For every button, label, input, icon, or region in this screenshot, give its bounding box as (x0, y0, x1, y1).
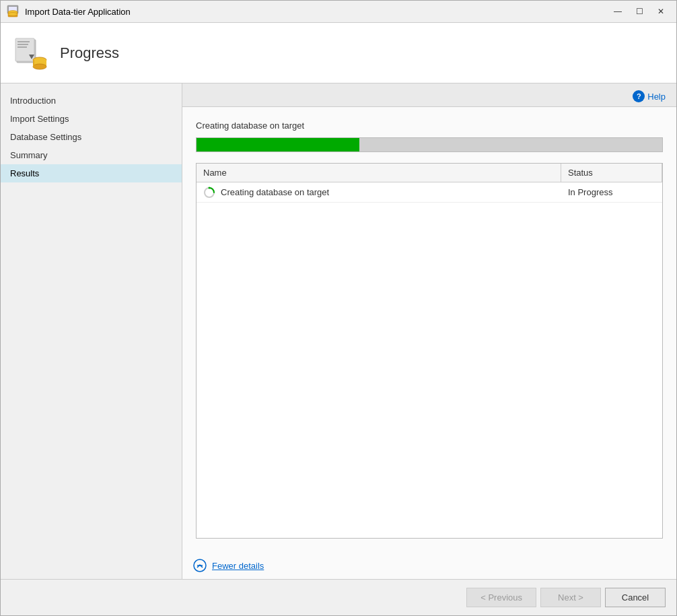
sidebar-item-results[interactable]: Results (1, 164, 182, 182)
maximize-button[interactable]: ☐ (629, 5, 649, 18)
help-icon: ? (633, 90, 645, 102)
page-title: Progress (60, 44, 119, 62)
progress-label: Creating database on target (196, 121, 663, 131)
minimize-button[interactable]: — (608, 5, 628, 18)
main-window: Import Data-tier Application — ☐ ✕ (0, 0, 677, 616)
table-cell-status: In Progress (561, 184, 662, 200)
sidebar: Introduction Import Settings Database Se… (1, 83, 182, 579)
header-area: Progress (1, 23, 676, 83)
window-title: Import Data-tier Application (25, 7, 608, 17)
window-controls: — ☐ ✕ (608, 5, 671, 18)
content-area: Introduction Import Settings Database Se… (1, 83, 676, 579)
progress-bar-fill (197, 138, 359, 151)
cancel-button[interactable]: Cancel (605, 588, 666, 607)
table-row: Creating database on target In Progress (197, 182, 662, 203)
fewer-details-icon (193, 559, 207, 572)
sidebar-item-import-settings[interactable]: Import Settings (1, 110, 182, 128)
column-header-status: Status (561, 164, 662, 182)
app-icon (6, 5, 20, 18)
svg-point-13 (33, 64, 46, 69)
close-button[interactable]: ✕ (651, 5, 671, 18)
svg-rect-14 (33, 60, 34, 67)
table-header: Name Status (197, 164, 662, 182)
footer: < Previous Next > Cancel (1, 579, 676, 615)
table-cell-name: Creating database on target (197, 184, 561, 201)
svg-point-4 (8, 13, 17, 16)
spinner-icon (203, 186, 215, 199)
main-panel: ? Help Creating database on target Name … (182, 83, 676, 579)
column-header-name: Name (197, 164, 561, 182)
fewer-details-label: Fewer details (212, 561, 264, 571)
results-table: Name Status Creating database o (196, 163, 663, 539)
table-body: Creating database on target In Progress (197, 182, 662, 538)
svg-rect-7 (17, 41, 30, 42)
main-content: Creating database on target Name Status (182, 107, 676, 552)
progress-bar-container (196, 137, 663, 152)
svg-rect-9 (17, 46, 27, 48)
fewer-details-row[interactable]: Fewer details (182, 552, 676, 579)
svg-rect-8 (17, 44, 28, 45)
title-bar: Import Data-tier Application — ☐ ✕ (1, 1, 676, 23)
sidebar-item-database-settings[interactable]: Database Settings (1, 128, 182, 146)
header-icon (14, 36, 49, 71)
top-bar: ? Help (182, 83, 676, 107)
previous-button[interactable]: < Previous (466, 588, 536, 607)
sidebar-item-introduction[interactable]: Introduction (1, 92, 182, 110)
svg-point-17 (209, 186, 211, 189)
next-button[interactable]: Next > (540, 588, 601, 607)
sidebar-item-summary[interactable]: Summary (1, 146, 182, 164)
help-button[interactable]: ? Help (633, 90, 666, 102)
